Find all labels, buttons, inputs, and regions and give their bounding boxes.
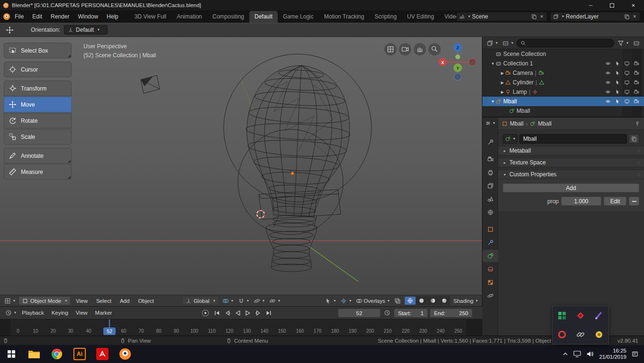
menu-render[interactable]: Render (46, 10, 73, 23)
zoom-view-button[interactable] (428, 43, 441, 55)
speaker-icon[interactable] (586, 351, 594, 357)
tray-app-yellow-icon[interactable] (590, 325, 608, 344)
xray-toggle[interactable] (393, 298, 402, 304)
menu-keying[interactable]: Keying (48, 310, 72, 316)
menu-select[interactable]: Select (93, 298, 115, 304)
new-collection-button[interactable] (632, 40, 641, 46)
hide-toggle[interactable] (603, 87, 613, 97)
jump-to-start-button[interactable] (214, 310, 220, 316)
3d-viewport[interactable]: Z X Y User Perspective (52) Scene Collec… (0, 37, 482, 306)
minimize-button[interactable]: ─ (580, 0, 601, 10)
properties-editor-type-button[interactable]: ▾ (482, 120, 498, 126)
shading-wireframe-button[interactable] (405, 297, 416, 305)
tray-app-red-ring-icon[interactable] (553, 325, 571, 344)
next-keyframe-button[interactable] (255, 310, 262, 316)
tray-app-green-icon[interactable] (553, 306, 571, 325)
render-disable-toggle[interactable] (632, 87, 641, 97)
tool-measure[interactable]: Measure (4, 164, 72, 180)
gizmo-popover-button[interactable]: ▾ (268, 298, 281, 304)
tab-object[interactable] (482, 223, 498, 236)
tab-3d-view-full[interactable]: 3D View Full (129, 11, 172, 23)
use-preview-range-icon[interactable] (384, 309, 390, 316)
expand-open-icon[interactable]: ▼ (490, 100, 496, 104)
view-layer-selector[interactable]: ▾ RenderLayer ✕ (550, 12, 640, 21)
tab-tool[interactable] (482, 136, 498, 148)
hide-toggle[interactable] (603, 78, 613, 87)
image-empty-object[interactable] (141, 75, 160, 93)
gizmo-neg-y[interactable] (455, 54, 460, 59)
selectable-toggle[interactable] (613, 78, 622, 87)
filter-button[interactable]: ▾ (616, 40, 630, 46)
menu-view[interactable]: View (73, 310, 91, 316)
tool-transform[interactable]: Transform (4, 81, 72, 96)
tool-rotate[interactable]: Rotate (4, 113, 72, 128)
3d-scene[interactable]: Z X Y (0, 37, 482, 295)
outliner-row-lamp[interactable]: ▶ Lamp | (482, 87, 644, 97)
outliner-search-input[interactable] (517, 39, 614, 47)
show-gizmos-button[interactable]: ▾ (339, 298, 353, 304)
fake-user-button[interactable] (629, 134, 639, 144)
viewport-disable-toggle[interactable] (622, 97, 632, 106)
blender-logo-icon[interactable] (3, 13, 10, 20)
frame-start-field[interactable]: Start: 1 (394, 309, 428, 318)
pin-icon[interactable] (635, 121, 640, 127)
add-property-button[interactable]: Add (503, 183, 639, 192)
shading-popover-button[interactable]: Shading ▾ (452, 298, 479, 304)
tool-move[interactable]: Move (4, 97, 72, 112)
timeline-ruler[interactable]: 0 10 20 30 40 50 60 70 80 90 100 110 120… (0, 319, 482, 336)
display-network-icon[interactable] (573, 351, 581, 357)
editor-type-button[interactable]: ▾ (3, 298, 17, 304)
tray-app-link-icon[interactable] (571, 325, 590, 344)
timeline-editor-type-button[interactable]: ▾ (4, 309, 18, 316)
frame-end-field[interactable]: End: 250 (430, 309, 472, 318)
menu-edit[interactable]: Edit (28, 10, 46, 23)
play-reverse-button[interactable] (235, 310, 241, 316)
auto-key-button[interactable] (201, 309, 209, 317)
maximize-button[interactable] (601, 0, 623, 10)
breadcrumb-data[interactable]: Mball (538, 120, 552, 127)
camera-view-button[interactable] (399, 43, 411, 55)
hide-toggle[interactable] (603, 59, 613, 68)
action-center-icon[interactable] (632, 351, 638, 357)
tab-world[interactable] (482, 206, 498, 218)
remove-property-button[interactable] (629, 197, 639, 206)
tab-object-data[interactable] (482, 250, 498, 262)
selectable-toggle[interactable] (613, 87, 622, 97)
outliner-row-collection-1[interactable]: ▼ Collection 1 (482, 59, 644, 68)
tab-modifiers[interactable] (482, 236, 498, 249)
tab-motion-tracking[interactable]: Motion Tracking (319, 11, 370, 23)
breadcrumb-object[interactable]: Mball (510, 120, 524, 127)
tab-material[interactable] (482, 263, 498, 275)
jump-to-end-button[interactable] (266, 310, 272, 316)
prev-keyframe-button[interactable] (224, 310, 230, 316)
menu-marker[interactable]: Marker (92, 310, 116, 316)
section-metaball[interactable]: ▸ Metaball ∷ (498, 146, 644, 155)
outliner-row-scene-collection[interactable]: Scene Collection (482, 49, 644, 59)
viewport-disable-toggle[interactable] (622, 87, 632, 97)
tab-scene[interactable] (482, 193, 498, 205)
outliner-editor-type-button[interactable]: ▾ (485, 40, 499, 46)
new-layer-icon[interactable] (624, 14, 630, 19)
object-visibility-button[interactable]: ▾ (323, 298, 337, 304)
viewport-disable-toggle[interactable] (622, 68, 632, 78)
property-value-field[interactable]: 1.000 (561, 197, 601, 206)
outliner-row-camera[interactable]: ▶ Camera | (482, 68, 644, 78)
datablock-type-button[interactable]: ▾ (503, 134, 517, 144)
menu-object[interactable]: Object (135, 298, 157, 304)
viewport-disable-toggle[interactable] (622, 59, 632, 68)
gizmo-neg-x[interactable] (469, 59, 476, 66)
illustrator-button[interactable]: Ai (68, 345, 91, 363)
pan-view-button[interactable] (414, 43, 426, 55)
metaball-wireframe[interactable] (242, 63, 354, 218)
tray-expand-icon[interactable] (562, 351, 568, 357)
tool-cursor[interactable]: Cursor (4, 62, 72, 77)
outliner-row-mball[interactable]: ▼ Mball (482, 97, 644, 106)
unlink-scene-icon[interactable]: ✕ (539, 14, 544, 19)
tab-compositing[interactable]: Compositing (207, 11, 249, 23)
menu-playback[interactable]: Playback (18, 310, 47, 316)
tool-select-box[interactable]: Select Box (4, 43, 72, 58)
tab-animation[interactable]: Animation (172, 11, 207, 23)
base-wireframe[interactable] (266, 215, 317, 272)
tab-render[interactable] (482, 153, 498, 165)
outliner-row-cylinder[interactable]: ▶ Cylinder | (482, 78, 644, 87)
